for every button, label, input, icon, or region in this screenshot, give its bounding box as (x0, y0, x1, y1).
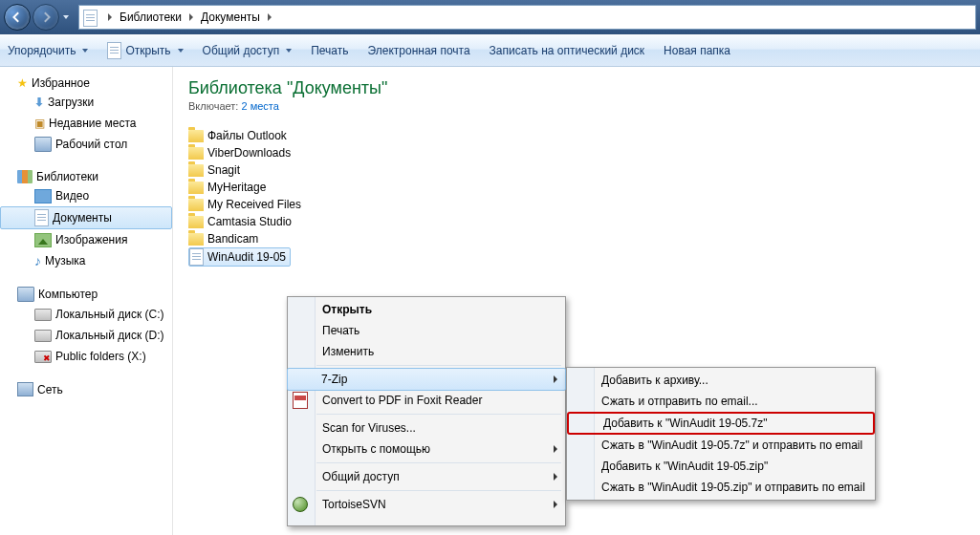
window-titlebar: Библиотеки Документы (0, 0, 980, 34)
file-list: Файлы Outlook ViberDownloads Snagit MyHe… (188, 127, 980, 268)
list-item[interactable]: Файлы Outlook (188, 127, 980, 144)
library-icon (83, 10, 98, 25)
navigation-pane: ★ Избранное ⬇Загрузки ▣Недавние места Ра… (0, 67, 173, 535)
libraries-group[interactable]: Библиотеки (0, 168, 172, 185)
library-subtitle: Включает: 2 места (188, 100, 980, 112)
list-item[interactable]: Camtasia Studio (188, 213, 980, 230)
pdf-icon (293, 393, 308, 408)
submenu-arrow-icon (554, 473, 557, 481)
desktop-icon (34, 137, 52, 152)
document-icon (189, 248, 204, 266)
ctx-convert-pdf[interactable]: Convert to PDF in Foxit Reader (288, 390, 565, 411)
submenu-arrow-icon (554, 445, 557, 453)
list-item[interactable]: ViberDownloads (188, 144, 980, 161)
breadcrumb-root[interactable]: Библиотеки (118, 11, 184, 24)
includes-link[interactable]: 2 места (241, 100, 278, 112)
nav-back-button[interactable] (4, 4, 31, 31)
folder-icon (188, 147, 204, 160)
folder-icon (188, 164, 204, 177)
star-icon: ★ (17, 76, 28, 90)
ctx-compress-7z-email[interactable]: Сжать в "WinAudit 19-05.7z" и отправить … (567, 435, 875, 456)
tortoisesvn-icon (293, 497, 308, 512)
computer-icon (17, 287, 34, 302)
document-icon (107, 42, 121, 59)
sidebar-item-downloads[interactable]: ⬇Загрузки (0, 92, 172, 113)
network-drive-disconnected-icon (34, 351, 52, 363)
new-folder-button[interactable]: Новая папка (664, 44, 730, 57)
ctx-open-with[interactable]: Открыть с помощью (288, 439, 565, 460)
music-icon: ♪ (34, 253, 41, 268)
sidebar-item-public-folders[interactable]: Public folders (X:) (0, 346, 172, 367)
folder-icon (188, 216, 204, 228)
list-item[interactable]: My Received Files (188, 196, 980, 213)
list-item-selected[interactable]: WinAudit 19-05 (188, 247, 291, 267)
network-icon (17, 382, 33, 396)
favorites-group[interactable]: ★ Избранное (0, 75, 172, 92)
downloads-icon: ⬇ (34, 96, 44, 109)
list-item[interactable]: Bandicam (188, 230, 980, 247)
sidebar-item-recent[interactable]: ▣Недавние места (0, 113, 172, 134)
submenu-arrow-icon (554, 501, 557, 508)
nav-history-dropdown[interactable] (63, 15, 69, 19)
list-item[interactable]: Snagit (188, 161, 980, 179)
share-button[interactable]: Общий доступ (203, 44, 293, 57)
sidebar-item-video[interactable]: Видео (0, 185, 172, 206)
computer-group[interactable]: Компьютер (0, 285, 172, 304)
breadcrumb-current[interactable]: Документы (199, 11, 262, 24)
recent-icon: ▣ (34, 117, 45, 130)
ctx-print[interactable]: Печать (288, 320, 565, 341)
sidebar-item-music[interactable]: ♪Музыка (0, 250, 172, 271)
network-group[interactable]: Сеть (0, 380, 172, 398)
ctx-add-to-7z[interactable]: Добавить к "WinAudit 19-05.7z" (567, 412, 875, 435)
library-title: Библиотека "Документы" (188, 78, 980, 98)
sidebar-item-drive-c[interactable]: Локальный диск (C:) (0, 304, 172, 325)
email-button[interactable]: Электронная почта (368, 44, 470, 57)
folder-icon (188, 182, 204, 194)
folder-icon (188, 130, 204, 142)
sidebar-item-desktop[interactable]: Рабочий стол (0, 134, 172, 155)
sidebar-item-drive-d[interactable]: Локальный диск (D:) (0, 325, 172, 346)
sidebar-item-pictures[interactable]: Изображения (0, 229, 172, 250)
ctx-add-to-archive[interactable]: Добавить к архиву... (567, 370, 875, 391)
sidebar-item-documents[interactable]: Документы (0, 206, 172, 229)
organize-button[interactable]: Упорядочить (8, 44, 88, 57)
ctx-7zip[interactable]: 7-Zip (287, 368, 566, 391)
drive-icon (34, 309, 52, 321)
ctx-compress-zip-email[interactable]: Сжать в "WinAudit 19-05.zip" и отправить… (567, 477, 875, 498)
print-button[interactable]: Печать (311, 44, 348, 57)
list-item[interactable]: MyHeritage (188, 179, 980, 196)
ctx-edit[interactable]: Изменить (288, 341, 565, 362)
nav-forward-button[interactable] (33, 4, 59, 31)
document-icon (34, 209, 49, 226)
toolbar: Упорядочить Открыть Общий доступ Печать … (0, 34, 980, 67)
ctx-share[interactable]: Общий доступ (288, 466, 565, 487)
ctx-tortoisesvn[interactable]: TortoiseSVN (288, 494, 565, 515)
open-button[interactable]: Открыть (107, 42, 183, 59)
submenu-arrow-icon (554, 375, 557, 383)
burn-button[interactable]: Записать на оптический диск (490, 44, 645, 57)
libraries-icon (17, 170, 33, 183)
ctx-add-to-zip[interactable]: Добавить к "WinAudit 19-05.zip" (567, 456, 875, 477)
ctx-compress-email[interactable]: Сжать и отправить по email... (567, 391, 875, 412)
video-icon (34, 189, 52, 203)
context-menu: Открыть Печать Изменить 7-Zip Convert to… (287, 296, 566, 526)
drive-icon (34, 330, 52, 342)
ctx-open[interactable]: Открыть (288, 299, 565, 320)
pictures-icon (34, 233, 52, 247)
address-bar[interactable]: Библиотеки Документы (78, 5, 976, 30)
context-submenu-7zip: Добавить к архиву... Сжать и отправить п… (566, 367, 876, 501)
ctx-scan-viruses[interactable]: Scan for Viruses... (288, 417, 565, 439)
folder-icon (188, 233, 204, 246)
folder-icon (188, 199, 204, 211)
